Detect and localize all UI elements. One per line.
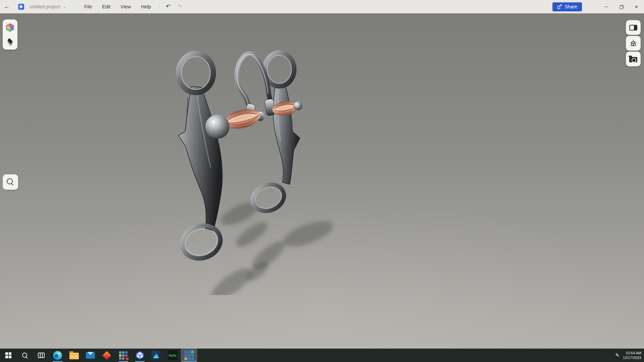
taskbar-app-grid-button[interactable] [115, 349, 131, 362]
title-bar-left: ← untitled project ⌄ File Edit View Help… [0, 0, 185, 13]
orientation-gizmo-button[interactable] [626, 36, 641, 51]
share-button[interactable]: Share [552, 2, 582, 11]
minimize-button[interactable] [599, 0, 614, 13]
side-panel-icon [629, 25, 637, 31]
taskbar-active-3d-app-button[interactable] [181, 349, 197, 362]
tray-date: 12/17/2023 [623, 355, 641, 360]
taskbar-affinity-button[interactable] [148, 349, 164, 362]
menu-view[interactable]: View [115, 0, 136, 13]
pen-icon: ✎ [615, 352, 620, 358]
app-logo-icon [18, 4, 24, 10]
hulu-icon: hulu [168, 351, 177, 360]
back-arrow-icon: ← [4, 3, 10, 10]
left-shank [178, 54, 225, 263]
chevron-down-icon: ⌄ [63, 4, 66, 9]
taskbar: hulu ✎ 10:54 AM 12/17/2023 [0, 349, 644, 362]
taskbar-diamond-app-button[interactable] [99, 349, 115, 362]
camera-capture-button[interactable] [626, 52, 641, 66]
undo-button[interactable]: ↶ [162, 1, 174, 12]
restore-button[interactable] [614, 0, 629, 13]
layers-tool-button[interactable] [4, 36, 16, 48]
color-material-tool-button[interactable] [4, 21, 16, 34]
taskbar-hulu-button[interactable]: hulu [164, 349, 181, 362]
menu-bar: File Edit View Help [79, 0, 156, 13]
taskbar-start-button[interactable] [0, 349, 16, 362]
app-grid-icon [119, 351, 127, 360]
pen-input-button[interactable]: ✎ [615, 352, 620, 358]
affinity-app-icon [152, 351, 161, 360]
file-explorer-icon [69, 353, 79, 359]
tiles-app-icon [184, 351, 194, 360]
left-tool-panel [3, 19, 17, 50]
windows-logo-icon [5, 352, 11, 358]
redo-icon: ↷ [177, 3, 182, 10]
redo-button[interactable]: ↷ [174, 1, 185, 12]
project-menu-button[interactable]: ⌄ [63, 4, 66, 9]
search-icon [22, 352, 28, 358]
restore-icon [620, 5, 623, 9]
camera-icon [629, 57, 637, 62]
color-hexagon-icon [6, 23, 14, 32]
close-icon: ✕ [635, 4, 638, 9]
ball-highlight [212, 121, 214, 123]
clock-tray-button[interactable]: 10:54 AM 12/17/2023 [623, 351, 641, 360]
taskbar-file-explorer-button[interactable] [66, 349, 82, 362]
minimize-icon [604, 7, 608, 7]
right-end-ball [293, 102, 302, 110]
title-bar: ← untitled project ⌄ File Edit View Help… [0, 0, 644, 13]
diamond-app-icon [102, 351, 111, 360]
taskbar-edge-button[interactable] [49, 349, 66, 362]
toolbar-divider [159, 3, 160, 10]
taskbar-search-button[interactable] [16, 349, 33, 362]
menu-file[interactable]: File [79, 0, 97, 13]
ball-joint [205, 115, 229, 139]
menu-edit[interactable]: Edit [97, 0, 115, 13]
close-button[interactable]: ✕ [629, 0, 644, 13]
undo-icon: ↶ [166, 3, 170, 10]
task-view-icon [38, 353, 45, 358]
viewport-canvas[interactable] [0, 13, 644, 349]
system-tray: ✎ 10:54 AM 12/17/2023 [615, 349, 644, 362]
share-label: Share [565, 4, 577, 9]
tray-time: 10:54 AM [623, 351, 641, 355]
mail-icon [86, 352, 95, 359]
taskbar-task-view-button[interactable] [33, 349, 49, 362]
project-title: untitled project [30, 4, 60, 9]
taskbar-3d-builder-button[interactable] [131, 349, 148, 362]
scene-panel-toggle-button[interactable] [626, 20, 641, 35]
share-icon [557, 4, 562, 9]
zoom-tool-button[interactable] [3, 174, 18, 190]
taskbar-mail-button[interactable] [82, 349, 99, 362]
menu-help[interactable]: Help [136, 0, 156, 13]
model-horse-bit[interactable] [168, 47, 356, 295]
back-button[interactable]: ← [0, 0, 13, 13]
title-bar-right: Share ✕ [552, 0, 644, 13]
notification-dot [125, 357, 129, 361]
edge-browser-icon [53, 351, 62, 360]
3d-builder-icon [135, 351, 145, 360]
right-shank [249, 53, 300, 216]
magnifier-icon [7, 178, 14, 186]
ground-shadows [207, 198, 336, 295]
axis-cube-icon [629, 39, 638, 48]
layers-icon [6, 38, 14, 46]
